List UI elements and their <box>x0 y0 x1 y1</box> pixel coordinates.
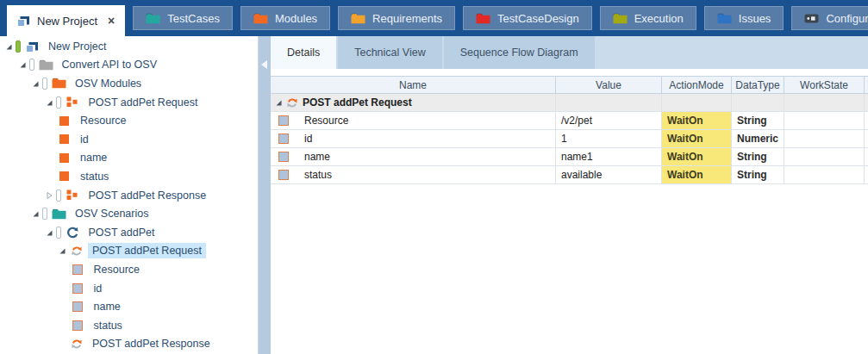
close-icon[interactable]: × <box>108 15 115 27</box>
tree-item-status[interactable]: status <box>0 167 258 186</box>
column-header-name[interactable]: Name <box>271 77 556 93</box>
tab-technical-view[interactable]: Technical View <box>338 36 441 69</box>
execution-folder-icon <box>613 13 628 24</box>
group-row-label: POST addPet Request <box>303 96 412 109</box>
tree-item-post-addpet-request[interactable]: POST addPet Request <box>0 242 258 261</box>
value-cell[interactable]: name1 <box>556 148 662 165</box>
square-orange-icon <box>57 116 72 126</box>
wstate-cell[interactable] <box>784 94 865 111</box>
tree-item-resource[interactable]: Resource <box>0 260 258 279</box>
details-tab-label: Sequence Flow Diagram <box>460 47 578 59</box>
tree-item-label: POST addPet Response <box>84 188 211 203</box>
row-name: name <box>304 151 330 163</box>
tree-item-name[interactable]: name <box>0 297 258 316</box>
expander-expanded-icon[interactable] <box>30 209 41 219</box>
panel-splitter[interactable] <box>259 36 271 354</box>
work-state-cell[interactable] <box>784 148 865 165</box>
tab-testcases[interactable]: TestCases <box>133 6 233 30</box>
folder-gray-icon <box>39 59 53 71</box>
tab-label: New Project <box>37 15 97 28</box>
tab-execution[interactable]: Execution <box>600 6 696 30</box>
action-mode-cell[interactable]: WaitOn <box>662 112 732 129</box>
row-data-type: String <box>737 115 767 127</box>
value-cell[interactable]: available <box>556 166 662 183</box>
tab-configurations[interactable]: Configurations <box>791 6 868 30</box>
column-header-value[interactable]: Value <box>556 77 662 93</box>
name-cell[interactable]: POST addPet Request <box>271 94 556 111</box>
tree-item-resource[interactable]: Resource <box>0 111 258 130</box>
expander-collapsed-icon[interactable] <box>44 190 54 200</box>
action-mode-cell[interactable]: WaitOn <box>662 148 732 165</box>
name-cell[interactable]: name <box>271 148 556 165</box>
column-header-workstate[interactable]: WorkState <box>784 77 865 93</box>
table-row-name[interactable]: namename1WaitOnString <box>271 148 868 166</box>
work-state-cell[interactable] <box>784 166 865 183</box>
square-orange-icon <box>57 153 72 163</box>
table-row-status[interactable]: statusavailableWaitOnString <box>271 166 868 184</box>
tree-item-name[interactable]: name <box>0 149 258 168</box>
collapse-left-icon[interactable] <box>261 60 267 69</box>
action-mode-cell[interactable]: WaitOn <box>662 130 732 147</box>
node-bar-icon <box>29 59 34 71</box>
tree-item-convert-api-to-osv[interactable]: Convert API to OSV <box>0 56 258 75</box>
expander-expanded-icon[interactable] <box>273 98 284 108</box>
expander-expanded-icon[interactable] <box>57 246 67 256</box>
row-value: available <box>561 169 602 181</box>
action-cell[interactable] <box>662 94 732 111</box>
value-cell[interactable]: /v2/pet <box>556 112 662 129</box>
column-header-datatype[interactable]: DataType <box>732 77 784 93</box>
expander-expanded-icon[interactable] <box>44 97 54 107</box>
node-bar-icon <box>56 96 61 109</box>
tab-issues[interactable]: Issues <box>704 6 784 30</box>
value-cell[interactable]: 1 <box>556 130 662 147</box>
expander-expanded-icon[interactable] <box>44 227 54 237</box>
row-action-mode: WaitOn <box>667 169 703 181</box>
data-type-cell[interactable]: String <box>732 112 784 129</box>
tab-testcasedesign[interactable]: TestCaseDesign <box>463 6 592 30</box>
tree-item-osv-modules[interactable]: OSV Modules <box>0 74 258 93</box>
module-orange-icon <box>66 189 80 201</box>
work-state-cell[interactable] <box>784 130 865 147</box>
configurations-icon <box>804 14 819 23</box>
dtype-cell[interactable] <box>732 94 784 111</box>
action-mode-cell[interactable]: WaitOn <box>662 166 732 183</box>
data-type-cell[interactable]: String <box>732 166 784 183</box>
tree-item-id[interactable]: id <box>0 279 258 298</box>
details-tab-label: Details <box>287 47 320 59</box>
tab-modules[interactable]: Modules <box>240 6 330 30</box>
tab-new-project[interactable]: New Project× <box>7 5 125 36</box>
tab-details[interactable]: Details <box>271 36 336 69</box>
tree-item-new-project[interactable]: New Project <box>0 37 258 56</box>
table-row-resource[interactable]: Resource/v2/petWaitOnString <box>271 112 868 130</box>
tree-item-status[interactable]: status <box>0 316 258 335</box>
tab-sequence-flow-diagram[interactable]: Sequence Flow Diagram <box>444 36 595 69</box>
tree-item-id[interactable]: id <box>0 130 258 149</box>
tab-label: Configurations <box>826 12 868 25</box>
expander-expanded-icon[interactable] <box>30 78 41 88</box>
tree-item-post-addpet-request[interactable]: POST addPet Request <box>0 93 258 112</box>
tree-item-label: status <box>76 169 113 184</box>
tree-item-label: name <box>90 299 125 314</box>
expander-expanded-icon[interactable] <box>3 41 14 51</box>
tree-item-post-addpet-response[interactable]: POST addPet Response <box>0 186 258 205</box>
name-cell[interactable]: status <box>271 166 556 183</box>
tree-item-post-addpet[interactable]: POST addPet <box>0 223 258 242</box>
row-name: Resource <box>304 115 348 127</box>
tree-item-osv-scenarios[interactable]: OSV Scenarios <box>0 204 258 223</box>
data-type-cell[interactable]: String <box>732 148 784 165</box>
app-window: New Project×TestCasesModulesRequirements… <box>0 0 868 354</box>
row-action-mode: WaitOn <box>667 151 703 163</box>
table-group-row[interactable]: POST addPet Request <box>271 94 868 112</box>
tree-item-post-addpet-response[interactable]: POST addPet Response <box>0 335 258 354</box>
name-cell[interactable]: id <box>271 130 556 147</box>
expander-expanded-icon[interactable] <box>17 60 28 70</box>
table-row-id[interactable]: id1WaitOnNumeric <box>271 130 868 148</box>
work-state-cell[interactable] <box>784 112 865 129</box>
name-cell[interactable]: Resource <box>271 112 556 129</box>
tab-requirements[interactable]: Requirements <box>338 6 455 30</box>
value-cell[interactable] <box>556 94 662 111</box>
data-type-cell[interactable]: Numeric <box>732 130 784 147</box>
square-blue-icon <box>71 264 85 275</box>
properties-table: NameValueActionModeDataTypeWorkState POS… <box>271 76 868 184</box>
column-header-actionmode[interactable]: ActionMode <box>662 77 732 93</box>
